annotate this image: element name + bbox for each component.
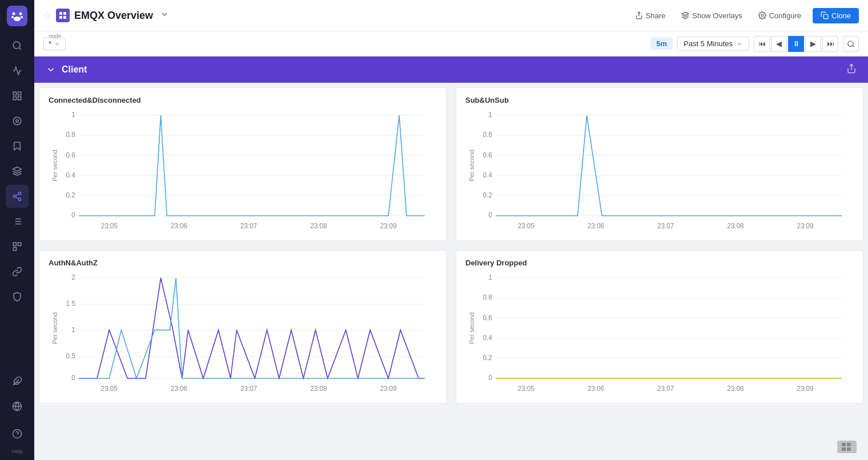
svg-text:23:06: 23:06 xyxy=(588,385,605,393)
subbar-right: 5m Past 5 Minutes ⏮ ◀ ⏸ ▶ ⏭ xyxy=(650,36,859,52)
svg-text:0.4: 0.4 xyxy=(483,334,493,342)
svg-point-3 xyxy=(21,16,23,18)
svg-rect-27 xyxy=(13,248,16,251)
main-area: ☆ EMQX Overview Share Show Overlays Conf… xyxy=(34,0,868,460)
svg-text:0.6: 0.6 xyxy=(66,151,76,159)
svg-text:0.8: 0.8 xyxy=(66,131,76,139)
share-button[interactable]: Share xyxy=(630,9,670,22)
svg-point-12 xyxy=(16,120,19,123)
svg-text:23:05: 23:05 xyxy=(101,222,118,230)
layers-icon xyxy=(681,11,689,19)
time-range-display[interactable]: Past 5 Minutes xyxy=(677,37,749,51)
section-share-icon[interactable] xyxy=(846,63,857,74)
svg-text:23:09: 23:09 xyxy=(797,385,814,393)
sidebar-item-list[interactable] xyxy=(6,210,29,233)
section-title: Client xyxy=(62,64,87,75)
section-header-right xyxy=(846,63,857,76)
sidebar-item-history[interactable] xyxy=(6,59,29,82)
chart-title-sub: Sub&UnSub xyxy=(465,96,854,104)
time-pause-button[interactable]: ⏸ xyxy=(788,36,804,52)
svg-text:23:05: 23:05 xyxy=(518,222,535,230)
section-header-left: Client xyxy=(46,64,87,75)
svg-text:0: 0 xyxy=(488,374,492,382)
svg-point-11 xyxy=(13,117,21,125)
svg-text:1.5: 1.5 xyxy=(66,300,76,308)
time-back-button[interactable]: ◀ xyxy=(771,36,787,52)
svg-line-18 xyxy=(15,194,18,196)
svg-text:23:08: 23:08 xyxy=(727,385,744,393)
share-icon xyxy=(635,11,643,19)
svg-line-43 xyxy=(853,45,854,47)
dashboard-icon xyxy=(56,9,70,22)
client-section-header[interactable]: Client xyxy=(34,57,868,83)
sidebar-item-help[interactable] xyxy=(6,422,29,445)
sidebar-item-earth[interactable] xyxy=(6,395,29,418)
scroll-indicator xyxy=(837,441,857,453)
time-skip-back-button[interactable]: ⏮ xyxy=(754,36,770,52)
svg-rect-37 xyxy=(63,16,66,19)
svg-text:23:07: 23:07 xyxy=(657,385,674,393)
svg-text:1: 1 xyxy=(488,111,492,119)
svg-text:0.2: 0.2 xyxy=(66,191,75,199)
time-interval-button[interactable]: 5m xyxy=(650,37,673,50)
svg-point-0 xyxy=(13,13,15,15)
sidebar-item-search[interactable] xyxy=(6,34,29,57)
search-icon xyxy=(847,40,855,48)
svg-rect-36 xyxy=(59,16,62,19)
svg-text:0.6: 0.6 xyxy=(483,314,493,322)
help-label: Help xyxy=(12,449,23,454)
clone-icon xyxy=(821,11,829,19)
time-range-dropdown-icon xyxy=(736,41,743,47)
chart-title-authn: AuthN&AuthZ xyxy=(49,259,437,267)
svg-text:23:07: 23:07 xyxy=(240,385,257,393)
svg-text:2: 2 xyxy=(71,273,75,281)
svg-line-6 xyxy=(19,47,21,49)
section-collapse-icon xyxy=(46,64,56,75)
time-skip-forward-button[interactable]: ⏭ xyxy=(822,36,838,52)
svg-text:23:07: 23:07 xyxy=(240,222,257,230)
sidebar-item-bookmark[interactable] xyxy=(6,135,29,158)
overlays-label: Show Overlays xyxy=(692,11,742,20)
svg-text:0: 0 xyxy=(488,211,492,219)
page-title: EMQX Overview xyxy=(74,10,153,22)
svg-text:0.2: 0.2 xyxy=(483,191,492,199)
sidebar-item-nodes[interactable] xyxy=(6,185,29,208)
svg-rect-10 xyxy=(18,97,21,100)
sidebar-item-circle[interactable] xyxy=(6,110,29,132)
sidebar-item-plugin[interactable] xyxy=(6,370,29,393)
time-forward-button[interactable]: ▶ xyxy=(805,36,821,52)
svg-point-2 xyxy=(11,16,14,18)
sidebar-item-blocks[interactable] xyxy=(6,160,29,183)
svg-point-5 xyxy=(13,42,20,49)
node-label: node xyxy=(47,33,62,39)
app-logo xyxy=(7,6,27,26)
clone-label: Clone xyxy=(831,11,851,20)
svg-rect-117 xyxy=(842,447,846,451)
svg-rect-115 xyxy=(842,443,846,446)
overlays-button[interactable]: Show Overlays xyxy=(677,9,746,22)
sidebar-item-link[interactable] xyxy=(6,260,29,283)
svg-text:0: 0 xyxy=(71,211,75,219)
chart-svg-connected: 1 0.8 0.6 0.4 0.2 0 Per second 23:05 23:… xyxy=(49,109,437,235)
share-label: Share xyxy=(646,11,666,20)
svg-text:23:07: 23:07 xyxy=(657,222,674,230)
sidebar-item-grid[interactable] xyxy=(6,235,29,258)
svg-text:Per second: Per second xyxy=(51,150,58,181)
search-button[interactable] xyxy=(843,36,859,52)
configure-label: Configure xyxy=(769,11,801,20)
svg-rect-7 xyxy=(13,92,16,95)
configure-button[interactable]: Configure xyxy=(754,9,806,22)
title-dropdown-icon[interactable] xyxy=(160,10,169,21)
svg-marker-39 xyxy=(682,12,689,15)
clone-button[interactable]: Clone xyxy=(813,8,859,23)
sidebar-item-dashboard[interactable] xyxy=(6,84,29,107)
svg-rect-116 xyxy=(847,443,851,446)
svg-text:0.2: 0.2 xyxy=(483,354,492,362)
svg-text:0.4: 0.4 xyxy=(483,171,493,179)
chart-area-sub: 1 0.8 0.6 0.4 0.2 0 Per second 23:05 23:… xyxy=(465,109,854,235)
subbar: node * 5m Past 5 Minutes ⏮ ◀ ⏸ ▶ ⏭ xyxy=(34,31,868,57)
sidebar-item-shield[interactable] xyxy=(6,285,29,308)
node-selector[interactable]: node * xyxy=(43,37,66,50)
star-icon[interactable]: ☆ xyxy=(43,10,51,21)
svg-marker-13 xyxy=(13,167,22,172)
